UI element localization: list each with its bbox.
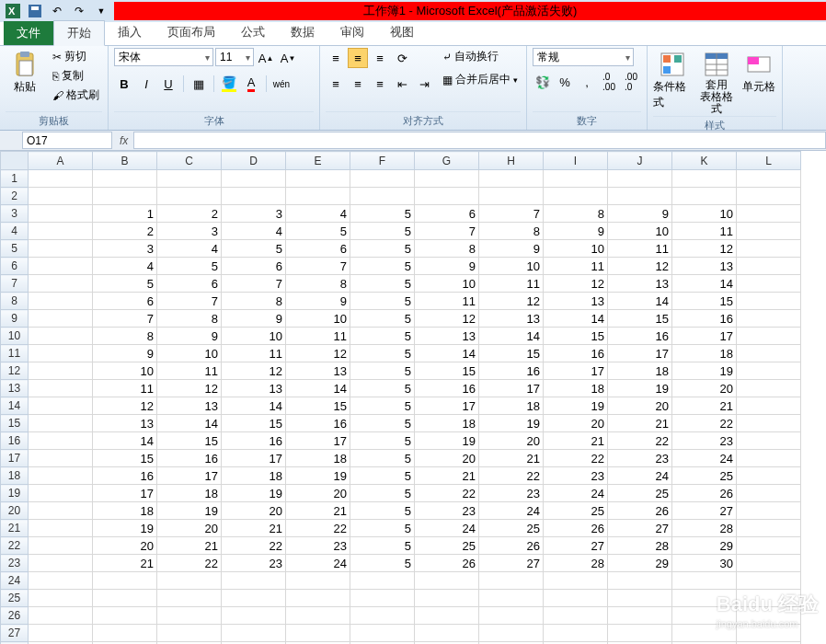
cell-I27[interactable] <box>544 625 608 642</box>
cell-D5[interactable]: 5 <box>222 240 286 258</box>
cell-L10[interactable] <box>737 328 801 345</box>
cell-L14[interactable] <box>737 397 801 415</box>
cell-J19[interactable]: 25 <box>608 485 672 502</box>
ribbon-tab-页面布局[interactable]: 页面布局 <box>155 20 228 45</box>
cell-K23[interactable]: 30 <box>672 555 737 572</box>
cell-C12[interactable]: 11 <box>157 362 222 380</box>
cell-I17[interactable]: 22 <box>544 450 608 467</box>
cell-A17[interactable] <box>29 450 93 467</box>
ribbon-tab-视图[interactable]: 视图 <box>377 20 427 45</box>
cell-L8[interactable] <box>737 293 801 310</box>
cell-L27[interactable] <box>737 625 801 642</box>
cell-L25[interactable] <box>737 590 801 607</box>
cell-I5[interactable]: 10 <box>544 240 608 258</box>
cell-L7[interactable] <box>737 275 801 293</box>
row-header-20[interactable]: 20 <box>1 502 29 520</box>
cell-G16[interactable]: 19 <box>415 432 479 450</box>
cell-H27[interactable] <box>479 625 544 642</box>
cell-H16[interactable]: 20 <box>479 432 544 450</box>
cell-D25[interactable] <box>222 590 286 607</box>
cell-K9[interactable]: 16 <box>672 310 737 328</box>
spreadsheet-grid[interactable]: ABCDEFGHIJKL1231234567891042345578910115… <box>0 151 826 644</box>
cell-C3[interactable]: 2 <box>157 205 222 223</box>
cell-L13[interactable] <box>737 380 801 397</box>
cell-D8[interactable]: 8 <box>222 293 286 310</box>
cell-E11[interactable]: 12 <box>286 345 350 362</box>
cell-C20[interactable]: 19 <box>157 502 222 520</box>
cell-L1[interactable] <box>737 170 801 188</box>
column-header-H[interactable]: H <box>479 152 544 170</box>
qat-dropdown-icon[interactable]: ▼ <box>92 2 110 20</box>
cell-K24[interactable] <box>672 572 737 590</box>
align-right-icon[interactable]: ≡ <box>370 74 390 94</box>
format-as-table-button[interactable]: 套用 表格格式 <box>697 48 736 116</box>
cell-F16[interactable]: 5 <box>350 432 415 450</box>
cell-A3[interactable] <box>29 205 93 223</box>
cell-E19[interactable]: 20 <box>286 485 350 502</box>
row-header-9[interactable]: 9 <box>1 310 29 328</box>
column-header-E[interactable]: E <box>286 152 350 170</box>
cell-F7[interactable]: 5 <box>350 275 415 293</box>
column-header-F[interactable]: F <box>350 152 415 170</box>
row-header-24[interactable]: 24 <box>1 572 29 590</box>
select-all-corner[interactable] <box>1 152 29 170</box>
cell-A2[interactable] <box>29 188 93 205</box>
cell-B17[interactable]: 15 <box>93 450 157 467</box>
cell-A12[interactable] <box>29 362 93 380</box>
cell-K3[interactable]: 10 <box>672 205 737 223</box>
column-header-D[interactable]: D <box>222 152 286 170</box>
cell-C9[interactable]: 8 <box>157 310 222 328</box>
cell-K25[interactable] <box>672 590 737 607</box>
cell-A13[interactable] <box>29 380 93 397</box>
cell-L15[interactable] <box>737 415 801 432</box>
cell-D9[interactable]: 9 <box>222 310 286 328</box>
save-icon[interactable] <box>26 2 44 20</box>
align-center-icon[interactable]: ≡ <box>348 74 368 94</box>
cell-F8[interactable]: 5 <box>350 293 415 310</box>
cell-D15[interactable]: 15 <box>222 415 286 432</box>
cell-C4[interactable]: 3 <box>157 223 222 240</box>
row-header-4[interactable]: 4 <box>1 223 29 240</box>
cell-C23[interactable]: 22 <box>157 555 222 572</box>
cell-E2[interactable] <box>286 188 350 205</box>
cell-J11[interactable]: 17 <box>608 345 672 362</box>
cell-G5[interactable]: 8 <box>415 240 479 258</box>
cell-A16[interactable] <box>29 432 93 450</box>
cell-B22[interactable]: 20 <box>93 537 157 555</box>
cell-J7[interactable]: 13 <box>608 275 672 293</box>
fx-icon[interactable]: fx <box>120 134 128 147</box>
cell-I25[interactable] <box>544 590 608 607</box>
cell-A21[interactable] <box>29 520 93 537</box>
cell-H12[interactable]: 16 <box>479 362 544 380</box>
row-header-8[interactable]: 8 <box>1 293 29 310</box>
cell-B19[interactable]: 17 <box>93 485 157 502</box>
cell-B26[interactable] <box>93 607 157 625</box>
cell-E10[interactable]: 11 <box>286 328 350 345</box>
cell-A5[interactable] <box>29 240 93 258</box>
row-header-11[interactable]: 11 <box>1 345 29 362</box>
cell-J21[interactable]: 27 <box>608 520 672 537</box>
merge-center-button[interactable]: ▦合并后居中▾ <box>440 71 521 88</box>
cell-G4[interactable]: 7 <box>415 223 479 240</box>
cell-H9[interactable]: 13 <box>479 310 544 328</box>
cell-A25[interactable] <box>29 590 93 607</box>
cell-I10[interactable]: 15 <box>544 328 608 345</box>
cell-E17[interactable]: 18 <box>286 450 350 467</box>
cell-C5[interactable]: 4 <box>157 240 222 258</box>
row-header-6[interactable]: 6 <box>1 258 29 275</box>
cell-G27[interactable] <box>415 625 479 642</box>
cell-E7[interactable]: 8 <box>286 275 350 293</box>
cell-L16[interactable] <box>737 432 801 450</box>
cell-H17[interactable]: 21 <box>479 450 544 467</box>
cell-G17[interactable]: 20 <box>415 450 479 467</box>
cell-J9[interactable]: 15 <box>608 310 672 328</box>
cell-H11[interactable]: 15 <box>479 345 544 362</box>
cell-E6[interactable]: 7 <box>286 258 350 275</box>
cell-L2[interactable] <box>737 188 801 205</box>
cell-H25[interactable] <box>479 590 544 607</box>
ribbon-tab-公式[interactable]: 公式 <box>228 20 278 45</box>
cell-J12[interactable]: 18 <box>608 362 672 380</box>
cell-G18[interactable]: 21 <box>415 467 479 485</box>
cell-B4[interactable]: 2 <box>93 223 157 240</box>
cell-G7[interactable]: 10 <box>415 275 479 293</box>
